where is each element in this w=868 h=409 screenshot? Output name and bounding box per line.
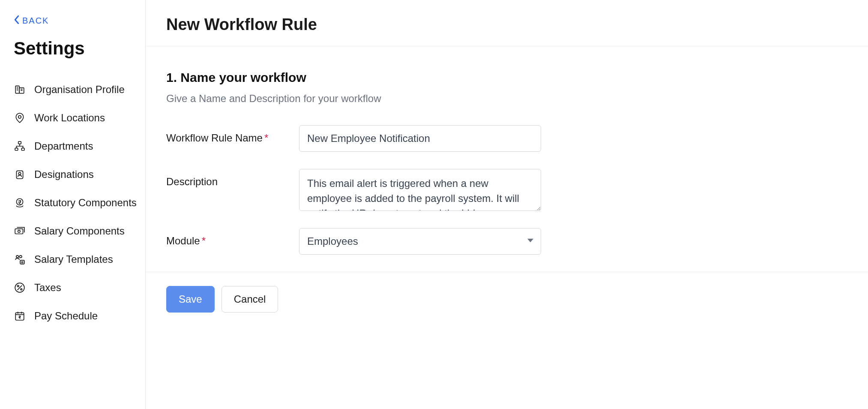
svg-rect-14: [15, 229, 23, 234]
settings-sidebar: BACK Settings Organisation Profile Work …: [0, 0, 146, 409]
form-row-name: Workflow Rule Name*: [166, 125, 847, 152]
cancel-button[interactable]: Cancel: [221, 286, 278, 313]
sidebar-item-designations[interactable]: Designations: [14, 161, 145, 188]
description-textarea[interactable]: [299, 169, 541, 211]
sidebar-item-label: Statutory Components: [34, 197, 137, 209]
save-button[interactable]: Save: [166, 286, 215, 313]
pin-icon: [14, 112, 26, 124]
rupee-stamp-icon: [14, 197, 26, 209]
building-icon: [14, 84, 26, 96]
sidebar-item-label: Departments: [34, 140, 93, 152]
button-row: Save Cancel: [146, 272, 868, 333]
form-row-description: Description: [166, 169, 847, 211]
page-title: New Workflow Rule: [166, 15, 847, 34]
svg-point-7: [18, 116, 21, 119]
svg-rect-10: [21, 148, 24, 150]
money-icon: [14, 225, 26, 237]
workflow-name-label: Workflow Rule Name*: [166, 125, 299, 144]
sidebar-item-label: Salary Components: [34, 225, 125, 237]
required-marker: *: [202, 235, 206, 247]
required-marker: *: [264, 132, 268, 144]
sidebar-item-work-locations[interactable]: Work Locations: [14, 104, 145, 132]
svg-point-15: [18, 230, 20, 232]
description-label: Description: [166, 169, 299, 188]
sidebar-nav: Organisation Profile Work Locations Depa…: [14, 76, 145, 330]
sidebar-title: Settings: [14, 38, 145, 59]
back-label: BACK: [22, 16, 49, 26]
svg-point-17: [19, 256, 21, 258]
module-select-wrapper: Employees: [299, 228, 541, 255]
module-label: Module*: [166, 228, 299, 247]
people-list-icon: [14, 253, 26, 265]
section-title: 1. Name your workflow: [166, 70, 847, 85]
sidebar-item-organisation-profile[interactable]: Organisation Profile: [14, 76, 145, 103]
svg-point-16: [16, 256, 18, 258]
svg-line-24: [18, 286, 22, 290]
svg-rect-25: [15, 313, 24, 320]
back-link[interactable]: BACK: [14, 15, 49, 26]
svg-point-22: [17, 285, 18, 286]
org-chart-icon: [14, 140, 26, 152]
sidebar-item-label: Salary Templates: [34, 253, 113, 265]
sidebar-item-pay-schedule[interactable]: Pay Schedule: [14, 302, 145, 330]
svg-rect-18: [20, 260, 24, 264]
page-header: New Workflow Rule: [146, 0, 868, 46]
form-row-module: Module* Employees: [166, 228, 847, 255]
sidebar-item-statutory-components[interactable]: Statutory Components: [14, 189, 145, 217]
sidebar-item-salary-templates[interactable]: Salary Templates: [14, 246, 145, 273]
sidebar-item-salary-components[interactable]: Salary Components: [14, 217, 145, 245]
chevron-left-icon: [14, 15, 20, 26]
sidebar-item-label: Designations: [34, 168, 94, 180]
workflow-form-section: 1. Name your workflow Give a Name and De…: [146, 46, 868, 272]
svg-rect-8: [18, 141, 21, 144]
svg-rect-9: [15, 148, 18, 150]
sidebar-item-label: Organisation Profile: [34, 84, 125, 96]
calendar-rupee-icon: [14, 310, 26, 322]
badge-icon: [14, 168, 26, 180]
percent-icon: [14, 282, 26, 294]
svg-point-12: [18, 172, 21, 174]
svg-point-23: [21, 289, 22, 290]
sidebar-item-taxes[interactable]: Taxes: [14, 274, 145, 301]
sidebar-item-label: Work Locations: [34, 112, 105, 124]
module-select[interactable]: Employees: [299, 228, 541, 255]
sidebar-item-label: Pay Schedule: [34, 310, 98, 322]
sidebar-item-departments[interactable]: Departments: [14, 132, 145, 160]
main-content: New Workflow Rule 1. Name your workflow …: [146, 0, 868, 409]
section-subtitle: Give a Name and Description for your wor…: [166, 93, 847, 105]
sidebar-item-label: Taxes: [34, 282, 61, 294]
workflow-name-input[interactable]: [299, 125, 541, 152]
module-selected-value: Employees: [307, 235, 358, 247]
